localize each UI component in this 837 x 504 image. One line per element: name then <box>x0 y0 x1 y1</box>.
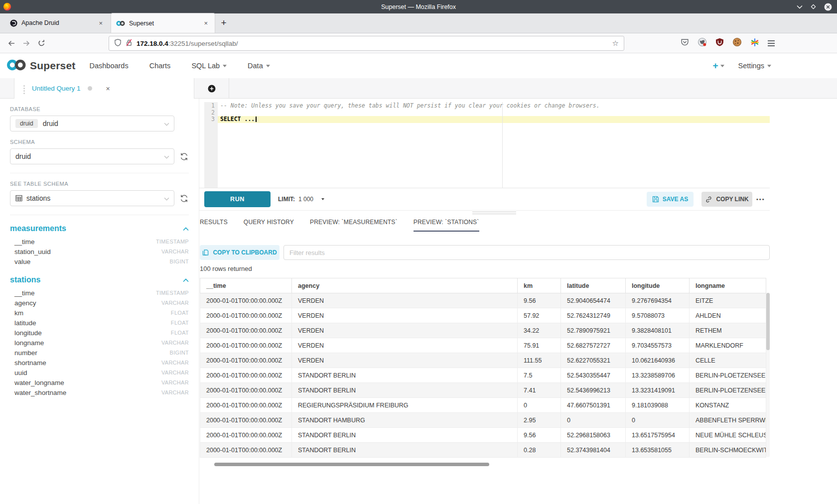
refresh-tables-icon[interactable] <box>179 194 189 203</box>
table-cell: RETHEM <box>690 323 766 338</box>
column-type: FLOAT <box>171 310 189 316</box>
chevron-down-icon <box>164 123 169 126</box>
nav-item-data[interactable]: Data <box>248 62 270 70</box>
hamburger-menu-icon[interactable] <box>768 40 775 46</box>
forward-button[interactable] <box>19 39 34 47</box>
column-header[interactable]: longname <box>690 278 766 293</box>
add-query-tab-button[interactable] <box>194 78 229 99</box>
close-icon[interactable]: × <box>202 19 210 27</box>
insecure-lock-icon[interactable] <box>126 39 133 48</box>
run-query-button[interactable]: RUN <box>204 191 271 207</box>
vertical-scrollbar[interactable] <box>766 293 770 457</box>
table-row: 2000-01-01T00:00:00.000ZVERDEN57.9252.76… <box>200 308 766 323</box>
print-margin-line <box>502 102 503 188</box>
table-value: stations <box>26 194 50 202</box>
table-select[interactable]: stations <box>10 190 174 206</box>
chevron-down-icon <box>266 65 270 67</box>
url-bar[interactable]: 172.18.0.4:32251/superset/sqllab/ ☆ <box>109 36 624 51</box>
browser-toolbar: 172.18.0.4:32251/superset/sqllab/ ☆ <box>0 33 837 53</box>
window-titlebar[interactable]: Superset — Mozilla Firefox <box>0 0 837 13</box>
copy-to-clipboard-button[interactable]: COPY TO CLIPBOARD <box>200 245 279 260</box>
save-as-button[interactable]: SAVE AS <box>647 192 694 207</box>
schema-table-heading[interactable]: stations <box>10 275 189 284</box>
drag-handle-icon[interactable] <box>23 88 25 89</box>
column-name: water_shortname <box>14 389 66 396</box>
column-type: VARCHAR <box>161 370 189 376</box>
refresh-schemas-icon[interactable] <box>179 152 189 161</box>
shield-icon[interactable] <box>114 39 122 48</box>
add-new-button[interactable]: + <box>712 60 724 71</box>
column-header[interactable]: agency <box>292 278 518 293</box>
table-row: 2000-01-01T00:00:00.000ZVERDEN34.2252.78… <box>200 323 766 338</box>
bookmark-star-icon[interactable]: ☆ <box>612 39 619 48</box>
url-text[interactable]: 172.18.0.4:32251/superset/sqllab/ <box>137 40 238 47</box>
floppy-disk-icon <box>652 196 659 203</box>
druid-favicon <box>10 19 17 27</box>
back-button[interactable] <box>4 39 19 47</box>
table-cell: 10.0621640936 <box>626 353 690 368</box>
table-cell: 9.2767694354 <box>626 293 690 308</box>
close-icon[interactable]: × <box>97 19 105 27</box>
table-cell: KONSTANZ <box>690 398 766 413</box>
chevron-up-icon[interactable] <box>183 275 189 284</box>
results-tab[interactable]: PREVIEW: `MEASUREMENTS` <box>310 219 398 232</box>
nav-item-dashboards[interactable]: Dashboards <box>89 62 128 70</box>
limit-label: LIMIT: <box>278 196 295 203</box>
settings-menu[interactable]: Settings <box>738 62 771 70</box>
browser-tab-superset[interactable]: Superset × <box>111 13 215 33</box>
column-header[interactable]: longitude <box>626 278 690 293</box>
window-minimize-button[interactable] <box>797 5 803 9</box>
schema-select[interactable]: druid <box>10 148 174 164</box>
sql-editor[interactable]: 123 -- Note: Unless you save your query,… <box>204 102 770 188</box>
column-name: shortname <box>14 359 46 367</box>
column-name: value <box>14 258 30 265</box>
table-row: 2000-01-01T00:00:00.000ZSTANDORT BERLIN7… <box>200 383 766 398</box>
chevron-up-icon[interactable] <box>183 224 189 233</box>
limit-value: 1 000 <box>298 196 313 203</box>
column-header[interactable]: km <box>518 278 561 293</box>
schema-table-heading[interactable]: measurements <box>10 224 189 233</box>
window-close-button[interactable] <box>824 3 832 11</box>
pane-resize-handle[interactable] <box>472 212 516 216</box>
new-tab-button[interactable]: + <box>215 13 232 33</box>
schema-table-name: measurements <box>10 224 66 233</box>
table-cell: 13.3231419091 <box>626 383 690 398</box>
schema-column-row: __timeTIMESTAMP <box>10 237 189 247</box>
privacy-extension-icon[interactable] <box>698 37 707 49</box>
reload-button[interactable] <box>34 39 49 47</box>
results-tab[interactable]: PREVIEW: `STATIONS` <box>414 219 479 232</box>
pinwheel-extension-icon[interactable] <box>750 38 759 49</box>
nav-item-sql-lab[interactable]: SQL Lab <box>191 62 227 70</box>
schema-column-row: water_longnameVARCHAR <box>10 378 189 387</box>
browser-tab-apache-druid[interactable]: Apache Druid × <box>5 13 110 33</box>
table-cell: 52.6827572727 <box>561 338 626 353</box>
window-maximize-button[interactable] <box>811 4 816 9</box>
table-cell: 7.5 <box>518 368 561 383</box>
editor-line-active[interactable]: SELECT ... <box>218 116 770 123</box>
query-tab-untitled[interactable]: Untitled Query 1 × <box>14 78 194 99</box>
pocket-icon[interactable] <box>681 38 689 48</box>
results-tab[interactable]: QUERY HISTORY <box>244 219 294 232</box>
table-cell: VERDEN <box>292 293 518 308</box>
table-cell: 52.3743981404 <box>561 443 626 458</box>
results-table-body: 2000-01-01T00:00:00.000ZVERDEN9.5652.904… <box>200 293 766 458</box>
ublock-icon[interactable] <box>715 38 724 48</box>
query-tab-title[interactable]: Untitled Query 1 <box>32 85 81 92</box>
table-cell: 75.91 <box>518 338 561 353</box>
close-icon[interactable]: × <box>106 85 110 93</box>
nav-item-charts[interactable]: Charts <box>149 62 171 70</box>
copy-link-button[interactable]: COPY LINK <box>701 192 752 207</box>
filter-results-input[interactable] <box>283 245 770 260</box>
database-select[interactable]: druid druid <box>10 116 174 131</box>
horizontal-scrollbar[interactable] <box>214 463 489 466</box>
cookie-icon[interactable] <box>732 37 742 49</box>
column-header[interactable]: latitude <box>561 278 626 293</box>
limit-dropdown[interactable]: LIMIT: 1 000 <box>278 191 324 207</box>
table-cell: 0 <box>518 398 561 413</box>
results-tab[interactable]: RESULTS <box>200 219 228 232</box>
table-cell: BERLIN-SCHMOECKWITZ <box>690 443 766 458</box>
column-name: water_longname <box>14 379 64 386</box>
table-cell: 2000-01-01T00:00:00.000Z <box>200 428 292 443</box>
column-header[interactable]: __time <box>200 278 292 293</box>
more-actions-button[interactable]: ••• <box>756 192 765 207</box>
